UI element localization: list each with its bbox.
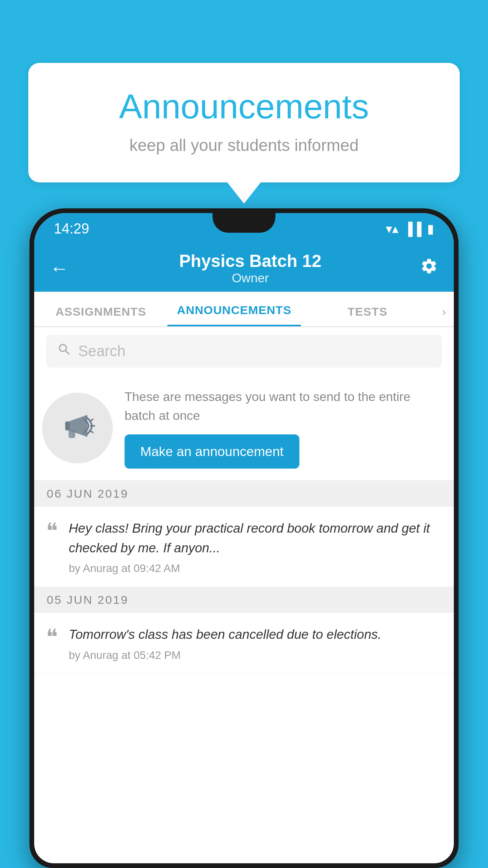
date-separator-1: 06 JUN 2019 [34,481,454,507]
announcement-meta-2: by Anurag at 05:42 PM [69,649,442,662]
promo-icon-container [42,393,113,463]
phone-frame: 14:29 ▾▴ ▐▐ ▮ ← Physics Batch 12 Owner A… [29,208,459,868]
announcement-text-2: Tomorrow's class has been cancelled due … [69,625,442,662]
status-bar: 14:29 ▾▴ ▐▐ ▮ [34,213,454,245]
make-announcement-button[interactable]: Make an announcement [125,434,299,469]
svg-line-3 [90,430,93,432]
megaphone-icon [60,410,95,446]
quote-icon-1: ❝ [46,520,58,542]
app-bar-title: Physics Batch 12 [81,251,420,271]
app-bar-center: Physics Batch 12 Owner [81,251,420,285]
announcement-meta-1: by Anurag at 09:42 AM [69,562,442,575]
speech-bubble: Announcements keep all your students inf… [28,63,460,182]
battery-icon: ▮ [427,221,434,236]
svg-rect-0 [65,421,70,430]
tabs: ASSIGNMENTS ANNOUNCEMENTS TESTS › [34,292,454,327]
promo-content: These are messages you want to send to t… [125,387,442,469]
search-placeholder: Search [78,343,125,360]
announcement-promo: These are messages you want to send to t… [34,375,454,481]
tab-more[interactable]: › [434,305,454,326]
signal-icon: ▐▐ [404,222,422,236]
announcement-item-2[interactable]: ❝ Tomorrow's class has been cancelled du… [34,613,454,674]
search-bar[interactable]: Search [46,335,442,368]
tab-tests[interactable]: TESTS [301,305,434,326]
announcement-message-1: Hey class! Bring your practical record b… [69,519,442,557]
bubble-title: Announcements [56,86,432,127]
announcement-text-1: Hey class! Bring your practical record b… [69,519,442,575]
phone-screen: 14:29 ▾▴ ▐▐ ▮ ← Physics Batch 12 Owner A… [34,213,454,863]
screen-content: Search [34,327,454,863]
search-container: Search [34,327,454,375]
status-icons: ▾▴ ▐▐ ▮ [386,221,434,236]
announcement-item-1[interactable]: ❝ Hey class! Bring your practical record… [34,507,454,587]
search-icon [57,342,72,360]
date-separator-2: 05 JUN 2019 [34,587,454,613]
promo-description: These are messages you want to send to t… [125,387,442,425]
tab-assignments[interactable]: ASSIGNMENTS [34,305,167,326]
quote-icon-2: ❝ [46,626,58,648]
svg-line-1 [90,419,93,421]
back-button[interactable]: ← [50,257,69,279]
notch [213,213,275,233]
settings-icon[interactable] [420,257,438,280]
bubble-subtitle: keep all your students informed [56,136,432,155]
announcement-message-2: Tomorrow's class has been cancelled due … [69,625,442,644]
tab-announcements[interactable]: ANNOUNCEMENTS [167,303,301,326]
app-bar: ← Physics Batch 12 Owner [34,245,454,292]
status-time: 14:29 [54,221,89,237]
app-bar-subtitle: Owner [81,271,420,285]
wifi-icon: ▾▴ [386,221,398,236]
